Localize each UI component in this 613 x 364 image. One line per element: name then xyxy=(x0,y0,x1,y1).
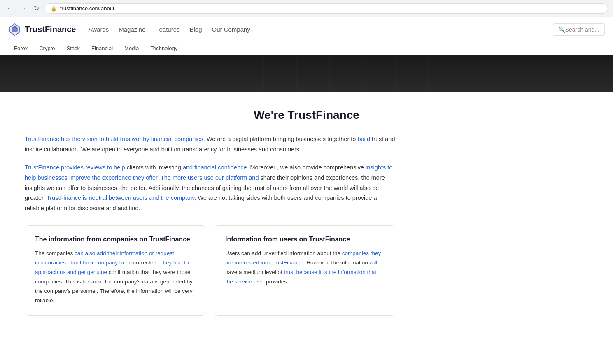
para1-highlight-build: build xyxy=(357,136,370,142)
page-title: We're TrustFinance xyxy=(25,109,588,122)
search-input[interactable]: 🔍 Search and... xyxy=(553,23,605,36)
intro-paragraph-1: TrustFinance has the vision to build tru… xyxy=(25,134,395,154)
main-nav: Awards Magazine Features Blog Our Compan… xyxy=(88,26,552,33)
main-content: We're TrustFinance TrustFinance has the … xyxy=(0,92,613,332)
nav-technology[interactable]: Technology xyxy=(145,42,184,55)
card2-highlight1: companies they are interested into Trust… xyxy=(225,250,381,266)
card-users-body: Users can add unverified information abo… xyxy=(225,249,385,287)
card-users: Information from users on TrustFinance U… xyxy=(215,225,395,316)
url-text: trustfinance.com/about xyxy=(60,5,114,12)
nav-magazine[interactable]: Magazine xyxy=(119,26,145,33)
logo-icon xyxy=(8,23,21,36)
card-companies-title: The information from companies on TrustF… xyxy=(35,236,195,243)
nav-financial[interactable]: Financial xyxy=(86,42,119,55)
card-companies-body: The companies can also add their informa… xyxy=(35,249,195,306)
nav-forex[interactable]: Forex xyxy=(8,42,33,55)
site-header: TrustFinance Awards Magazine Features Bl… xyxy=(0,17,613,42)
para2-highlight-neutral: TrustFinance is neutral between users an… xyxy=(47,195,196,201)
forward-button[interactable]: → xyxy=(18,4,28,14)
cards-container: The information from companies on TrustF… xyxy=(25,225,395,316)
card2-highlight3: trust because it is the information that… xyxy=(225,269,376,285)
address-bar[interactable]: 🔒 trustfinance.com/about xyxy=(44,3,608,14)
back-button[interactable]: ← xyxy=(5,4,15,14)
para1-highlight-start: TrustFinance has the vision to build tru… xyxy=(25,136,205,142)
browser-chrome: ← → ↻ 🔒 trustfinance.com/about xyxy=(0,0,613,17)
nav-our-company[interactable]: Our Company xyxy=(212,26,250,33)
card2-highlight2: will xyxy=(369,260,377,266)
card-users-title: Information from users on TrustFinance xyxy=(225,236,385,243)
nav-media[interactable]: Media xyxy=(119,42,145,55)
reload-button[interactable]: ↻ xyxy=(31,4,41,14)
search-icon: 🔍 xyxy=(558,26,565,33)
nav-awards[interactable]: Awards xyxy=(88,26,109,33)
para2-highlight-start: TrustFinance provides reviews to help xyxy=(25,164,125,171)
nav-features[interactable]: Features xyxy=(155,26,179,33)
logo-link[interactable]: TrustFinance xyxy=(8,23,76,36)
para2-highlight-and: and financial confidence. xyxy=(183,164,249,171)
nav-blog[interactable]: Blog xyxy=(189,26,202,33)
secondary-nav: Forex Crypto Stock Financial Media Techn… xyxy=(0,42,613,55)
search-text: Search and... xyxy=(565,26,599,33)
card1-highlight1: can also add their information or reques… xyxy=(35,250,174,266)
logo-text: TrustFinance xyxy=(25,25,76,34)
card-companies: The information from companies on TrustF… xyxy=(25,225,205,316)
nav-crypto[interactable]: Crypto xyxy=(33,42,61,55)
intro-paragraph-2: TrustFinance provides reviews to help cl… xyxy=(25,162,395,213)
nav-stock[interactable]: Stock xyxy=(61,42,86,55)
lock-icon: 🔒 xyxy=(51,6,57,12)
hero-image xyxy=(0,55,613,92)
